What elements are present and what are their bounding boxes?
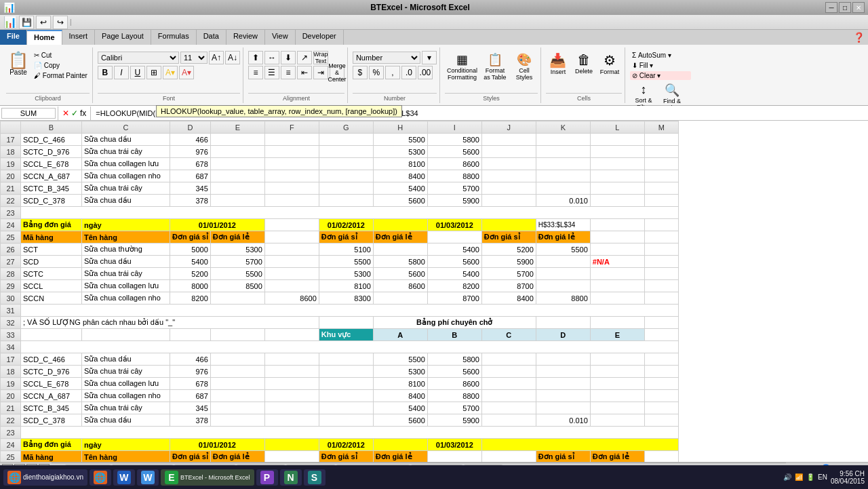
cell-b18[interactable]: SCTC_D_976 xyxy=(21,146,82,158)
cell-f19[interactable] xyxy=(264,158,319,170)
cell-f40[interactable] xyxy=(264,414,319,427)
format-as-table-btn[interactable]: 📋 Formatas Table xyxy=(481,51,509,82)
cancel-formula-btn[interactable]: ✕ xyxy=(62,109,69,118)
fill-btn[interactable]: ⬇ Fill ▾ xyxy=(630,61,691,70)
number-format-select[interactable]: Number xyxy=(353,52,420,64)
taskbar-word2[interactable]: W xyxy=(137,469,159,486)
cell-g25b[interactable]: Đơn giá sỉ xyxy=(319,451,373,463)
font-color-button[interactable]: A▾ xyxy=(179,66,194,79)
delete-cells-btn[interactable]: 🗑 Delete xyxy=(572,51,596,76)
taskbar-chrome[interactable]: 🌐 xyxy=(90,469,111,486)
cell-l27[interactable]: #N/A xyxy=(590,256,644,268)
cell-m33[interactable] xyxy=(644,329,678,341)
cell-b26[interactable]: SCT xyxy=(21,243,82,256)
cell-g30[interactable]: 8300 xyxy=(319,292,373,305)
cell-f22[interactable] xyxy=(264,195,319,207)
col-header-c[interactable]: C xyxy=(82,121,170,134)
cell-h20[interactable]: 8400 xyxy=(373,170,427,182)
cell-f21[interactable] xyxy=(264,182,319,195)
cell-b38[interactable]: SCCN_A_687 xyxy=(21,390,82,402)
cell-c30[interactable]: Sữa chua collagen nho xyxy=(82,292,170,305)
insert-function-btn[interactable]: fx xyxy=(80,109,86,118)
cell-d19[interactable]: 678 xyxy=(170,158,211,170)
cell-f24[interactable] xyxy=(264,219,319,231)
cell-g33[interactable]: Khu vực xyxy=(319,329,373,341)
cell-b36[interactable]: SCTC_D_976 xyxy=(21,366,82,378)
cell-m20[interactable] xyxy=(644,170,678,182)
cell-f26[interactable] xyxy=(264,243,319,256)
cell-j25[interactable]: Đơn giá sỉ xyxy=(481,231,536,243)
cell-c22[interactable]: Sữa chua dầu xyxy=(82,195,170,207)
cell-b25[interactable]: Mã hàng xyxy=(21,231,82,243)
cell-b40[interactable]: SCD_C_378 xyxy=(21,414,82,427)
cell-h29[interactable]: 8600 xyxy=(373,280,427,292)
autosum-btn[interactable]: Σ AutoSum ▾ xyxy=(630,51,691,60)
col-header-e[interactable]: E xyxy=(210,121,264,134)
cell-m25[interactable] xyxy=(644,231,678,243)
cell-f39[interactable] xyxy=(264,402,319,414)
cell-j35[interactable] xyxy=(481,353,536,366)
format-cells-btn[interactable]: ⚙ Format xyxy=(597,51,622,77)
cell-i20[interactable]: 8800 xyxy=(427,170,481,182)
increase-indent-button[interactable]: ⇥ xyxy=(313,66,328,79)
cell-l25[interactable] xyxy=(590,231,644,243)
cell-g20[interactable] xyxy=(319,170,373,182)
cell-c25[interactable]: Tên hàng xyxy=(82,231,170,243)
cell-k27[interactable] xyxy=(536,256,590,268)
cell-i21[interactable]: 5700 xyxy=(427,182,481,195)
cell-c40[interactable]: Sữa chua dầu xyxy=(82,414,170,427)
cell-l17[interactable] xyxy=(590,134,644,146)
cell-k20[interactable] xyxy=(536,170,590,182)
cell-b33[interactable] xyxy=(21,329,82,341)
cell-c27[interactable]: Sữa chua dầu xyxy=(82,256,170,268)
cell-i40[interactable]: 5900 xyxy=(427,414,481,427)
cell-b22[interactable]: SCD_C_378 xyxy=(21,195,82,207)
cell-m32[interactable] xyxy=(644,317,678,329)
cell-l20[interactable] xyxy=(590,170,644,182)
comma-btn[interactable]: , xyxy=(385,66,400,79)
cell-b29[interactable]: SCCL xyxy=(21,280,82,292)
clear-btn[interactable]: ⊘ Clear ▾ xyxy=(630,71,691,80)
underline-button[interactable]: U xyxy=(130,66,145,79)
col-header-m[interactable]: M xyxy=(644,121,678,134)
decrease-indent-button[interactable]: ⇤ xyxy=(297,66,312,79)
maximize-button[interactable]: □ xyxy=(839,2,851,13)
fill-color-button[interactable]: A▾ xyxy=(163,66,178,79)
cell-f28[interactable] xyxy=(264,268,319,280)
cell-f29[interactable] xyxy=(264,280,319,292)
cut-button[interactable]: ✂ Cut xyxy=(32,51,90,60)
cell-k17[interactable] xyxy=(536,134,590,146)
cell-f18[interactable] xyxy=(264,146,319,158)
cell-g26[interactable]: 5100 xyxy=(319,243,373,256)
cell-e27[interactable]: 5700 xyxy=(210,256,264,268)
cell-h26[interactable] xyxy=(373,243,427,256)
cell-h24b[interactable] xyxy=(373,439,427,451)
taskbar-powerpoint[interactable]: P xyxy=(256,469,278,486)
cell-styles-btn[interactable]: 🎨 CellStyles xyxy=(511,51,538,82)
cell-e38[interactable] xyxy=(210,390,264,402)
cell-d30[interactable]: 8200 xyxy=(170,292,211,305)
cell-d27[interactable]: 5400 xyxy=(170,256,211,268)
tab-data[interactable]: Data xyxy=(197,30,226,45)
insert-cells-btn[interactable]: 📥 Insert xyxy=(546,51,570,77)
cell-g21[interactable] xyxy=(319,182,373,195)
cell-d37[interactable]: 678 xyxy=(170,378,211,390)
cell-f25[interactable] xyxy=(264,231,319,243)
cell-g36[interactable] xyxy=(319,366,373,378)
cell-f37[interactable] xyxy=(264,378,319,390)
cell-l37[interactable] xyxy=(590,378,644,390)
align-left-button[interactable]: ≡ xyxy=(248,66,263,79)
taskbar-word1[interactable]: W xyxy=(113,469,135,486)
taskbar-app7[interactable]: S xyxy=(304,469,326,486)
cell-h37[interactable]: 8100 xyxy=(373,378,427,390)
cell-i17[interactable]: 5800 xyxy=(427,134,481,146)
cell-i38[interactable]: 8800 xyxy=(427,390,481,402)
cell-i37[interactable]: 8600 xyxy=(427,378,481,390)
cell-k25b[interactable]: Đơn giá sỉ xyxy=(536,451,590,463)
cell-g38[interactable] xyxy=(319,390,373,402)
cell-g18[interactable] xyxy=(319,146,373,158)
cell-j18[interactable] xyxy=(481,146,536,158)
currency-btn[interactable]: $ xyxy=(353,66,368,79)
cell-h25b[interactable]: Đơn giá lẻ xyxy=(373,451,427,463)
cell-m35[interactable] xyxy=(644,353,678,366)
